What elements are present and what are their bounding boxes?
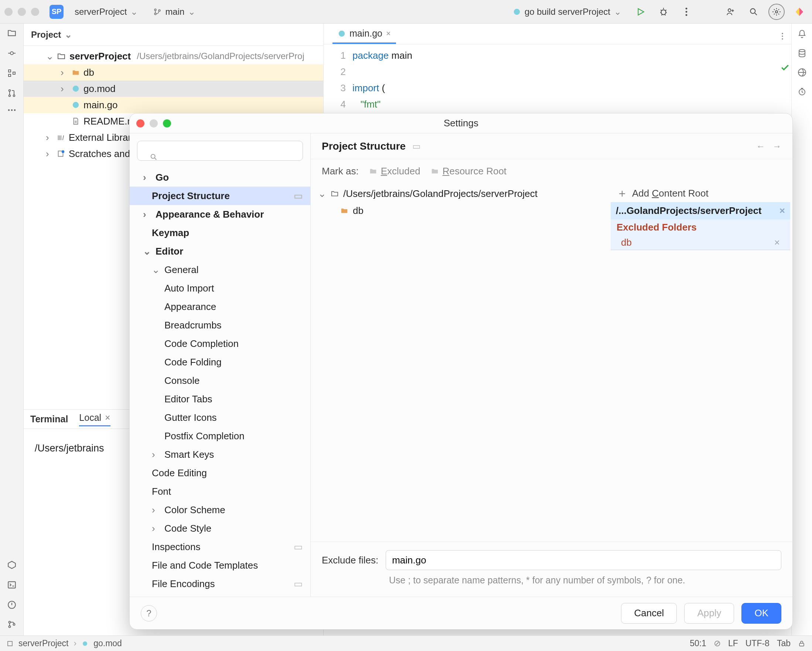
cat-breadcrumbs[interactable]: Breadcrumbs — [130, 316, 310, 335]
run-config-selector[interactable]: go build serverProject ⌄ — [508, 5, 626, 19]
tree-label: db — [84, 67, 94, 78]
ai-tool-icon[interactable] — [798, 68, 806, 77]
nav-forward-icon[interactable]: → — [772, 141, 781, 151]
tree-item-gomod[interactable]: › go.mod — [24, 81, 323, 97]
chevron-right-icon: › — [46, 132, 53, 144]
nav-back-icon[interactable]: ← — [756, 141, 765, 151]
encoding-off-icon[interactable]: ⊘ — [714, 639, 721, 648]
cat-file-templates[interactable]: File and Code Templates — [130, 556, 310, 575]
min-window-dot[interactable] — [18, 8, 26, 16]
editor-tab-main[interactable]: main.go × — [333, 24, 396, 44]
max-icon[interactable] — [163, 119, 171, 127]
cat-editor-tabs[interactable]: Editor Tabs — [130, 390, 310, 408]
clock-tool-icon[interactable] — [798, 87, 806, 96]
cat-go[interactable]: ›Go — [130, 168, 310, 186]
close-icon[interactable]: × — [780, 205, 785, 217]
close-icon[interactable]: × — [774, 237, 780, 248]
content-root-tree[interactable]: ⌄ /Users/jetbrains/GolandProjects/server… — [311, 183, 609, 542]
terminal-tab[interactable]: Terminal — [30, 414, 68, 425]
mark-resource-root-button[interactable]: Resource Root — [431, 165, 507, 177]
cat-postfix[interactable]: Postfix Completion — [130, 427, 310, 445]
settings-categories: ›Go Project Structure▭ ›Appearance & Beh… — [130, 133, 311, 597]
commit-tool-icon[interactable] — [8, 49, 16, 58]
run-button[interactable] — [632, 4, 649, 20]
svg-rect-37 — [8, 642, 12, 646]
close-window-dot[interactable] — [5, 8, 12, 16]
crumb[interactable]: go.mod — [93, 639, 122, 648]
close-icon[interactable]: × — [105, 412, 110, 423]
add-content-root-button[interactable]: ＋ Add Content Root — [611, 184, 790, 202]
cat-gutter-icons[interactable]: Gutter Icons — [130, 408, 310, 427]
run-config-name: go build serverProject — [525, 7, 610, 17]
terminal-tab-local[interactable]: Local × — [79, 412, 110, 426]
dir-root[interactable]: ⌄ /Users/jetbrains/GolandProjects/server… — [318, 185, 601, 202]
services-tool-icon[interactable] — [7, 560, 17, 570]
cat-smart-keys[interactable]: ›Smart Keys — [130, 445, 310, 464]
cat-general[interactable]: ⌄General — [130, 260, 310, 279]
help-button[interactable]: ? — [141, 605, 157, 622]
dialog-window-controls[interactable] — [136, 119, 171, 127]
project-tool-icon[interactable] — [7, 28, 17, 38]
breadcrumb[interactable]: serverProject › go.mod — [7, 639, 122, 648]
content-root-path[interactable]: /...GolandProjects/serverProject × — [611, 202, 790, 220]
inspection-ok-icon[interactable] — [780, 63, 790, 72]
notifications-icon[interactable] — [798, 29, 806, 38]
apply-button[interactable]: Apply — [684, 603, 734, 623]
cat-appearance2[interactable]: Appearance — [130, 297, 310, 316]
cat-console[interactable]: Console — [130, 371, 310, 390]
project-selector[interactable]: serverProject ⌄ — [70, 5, 142, 19]
cat-code-style[interactable]: ›Code Style — [130, 519, 310, 538]
close-icon[interactable] — [136, 119, 145, 127]
editor-more-icon[interactable] — [781, 32, 791, 44]
cat-auto-import[interactable]: Auto Import — [130, 279, 310, 297]
settings-gear-icon[interactable] — [768, 4, 785, 20]
cat-color-scheme[interactable]: ›Color Scheme — [130, 501, 310, 519]
terminal-tool-icon[interactable] — [7, 580, 17, 590]
cat-code-folding[interactable]: Code Folding — [130, 353, 310, 371]
cat-font[interactable]: Font — [130, 482, 310, 501]
cat-inspections[interactable]: Inspections▭ — [130, 538, 310, 556]
debug-button[interactable] — [655, 4, 672, 20]
exclude-files-input[interactable] — [386, 550, 781, 570]
problems-tool-icon[interactable] — [7, 600, 17, 610]
more-actions-icon[interactable] — [678, 4, 694, 20]
more-tools-icon[interactable] — [8, 108, 16, 112]
crumb[interactable]: serverProject — [18, 639, 68, 648]
line-separator[interactable]: LF — [728, 639, 738, 648]
pull-requests-icon[interactable] — [8, 89, 16, 98]
cat-code-editing[interactable]: Code Editing — [130, 464, 310, 482]
database-tool-icon[interactable] — [798, 49, 806, 58]
close-icon[interactable]: × — [386, 29, 391, 38]
excluded-item[interactable]: db × — [611, 235, 790, 250]
dir-db[interactable]: db — [318, 202, 601, 219]
max-window-dot[interactable] — [31, 8, 39, 16]
search-everywhere-icon[interactable] — [745, 4, 762, 20]
cat-project-structure[interactable]: Project Structure▭ — [130, 186, 310, 205]
cat-appearance-behavior[interactable]: ›Appearance & Behavior — [130, 205, 310, 223]
settings-search-input[interactable] — [137, 141, 303, 161]
cat-editor[interactable]: ⌄Editor — [130, 242, 310, 260]
readonly-lock-icon[interactable] — [798, 640, 805, 647]
window-controls[interactable] — [5, 8, 39, 16]
project-panel-header[interactable]: Project ⌄ — [24, 24, 323, 46]
branch-selector[interactable]: main ⌄ — [149, 5, 200, 19]
cat-label: Breadcrumbs — [164, 319, 222, 331]
cancel-button[interactable]: Cancel — [621, 603, 677, 623]
tree-item-maingo[interactable]: › main.go — [24, 97, 323, 113]
structure-tool-icon[interactable] — [8, 69, 16, 78]
file-encoding[interactable]: UTF-8 — [745, 639, 769, 648]
cat-label: Color Scheme — [164, 504, 225, 516]
tree-item-db[interactable]: › db — [24, 64, 323, 81]
cat-file-encodings[interactable]: File Encodings▭ — [130, 575, 310, 593]
ide-logo-icon[interactable] — [791, 4, 807, 20]
code-with-me-icon[interactable] — [723, 4, 739, 20]
tree-root[interactable]: ⌄ serverProject /Users/jetbrains/GolandP… — [24, 48, 323, 64]
mark-excluded-button[interactable]: Excluded — [369, 165, 420, 177]
vcs-tool-icon[interactable] — [8, 620, 16, 629]
cat-keymap[interactable]: Keymap — [130, 223, 310, 242]
ok-button[interactable]: OK — [742, 603, 781, 623]
caret-position[interactable]: 50:1 — [690, 639, 706, 648]
cat-code-completion[interactable]: Code Completion — [130, 335, 310, 353]
indent-mode[interactable]: Tab — [777, 639, 791, 648]
min-icon[interactable] — [150, 119, 158, 127]
